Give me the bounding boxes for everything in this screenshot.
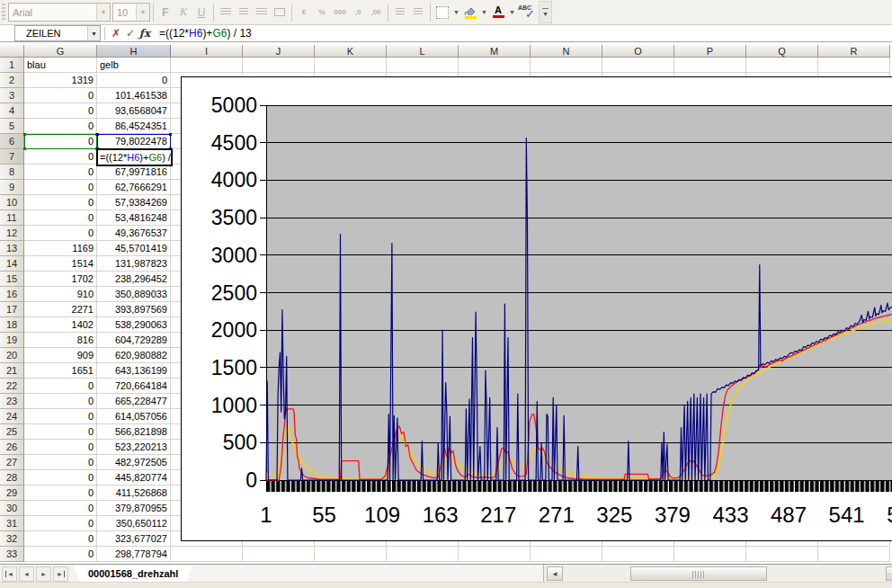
cell-N1[interactable] (531, 58, 602, 73)
cell-G26[interactable]: 0 (24, 440, 97, 455)
align-center-button[interactable] (235, 4, 253, 22)
row-header-29[interactable]: 29 (0, 486, 24, 501)
cell-G12[interactable]: 0 (24, 226, 97, 241)
cell-H27[interactable]: 482,972505 (97, 455, 171, 470)
scrollbar-thumb[interactable] (630, 566, 767, 581)
chevron-down-icon[interactable]: ▼ (479, 4, 489, 21)
cell-G14[interactable]: 1514 (24, 256, 97, 272)
row-header-14[interactable]: 14 (0, 256, 24, 272)
decrease-decimal-button[interactable]: ,00 (367, 4, 385, 22)
row-header-3[interactable]: 3 (0, 88, 24, 103)
cell-H18[interactable]: 538,290063 (97, 317, 171, 333)
cell-G27[interactable]: 0 (24, 455, 97, 470)
merge-center-button[interactable] (271, 4, 289, 22)
cell-P33[interactable] (674, 547, 746, 562)
cell-H12[interactable]: 49,3676537 (97, 226, 171, 241)
column-header-Q[interactable]: Q (746, 45, 818, 58)
cell-H3[interactable]: 101,461538 (97, 88, 171, 103)
cell-L33[interactable] (387, 547, 459, 562)
chevron-down-icon[interactable]: ▼ (87, 26, 100, 40)
cell-H21[interactable]: 643,136199 (97, 363, 171, 379)
align-left-button[interactable] (217, 4, 235, 22)
cell-Q1[interactable] (746, 58, 818, 73)
insert-function-button[interactable]: ƒx (138, 27, 152, 40)
cell-H19[interactable]: 604,729289 (97, 333, 171, 348)
cell-G2[interactable]: 1319 (24, 73, 97, 88)
column-header-G[interactable]: G (24, 45, 97, 58)
row-header-21[interactable]: 21 (0, 363, 24, 379)
percent-button[interactable]: % (313, 4, 331, 22)
cell-H23[interactable]: 665,228477 (97, 394, 171, 409)
cell-H25[interactable]: 566,821898 (97, 424, 171, 440)
row-header-11[interactable]: 11 (0, 210, 24, 226)
cell-G28[interactable]: 0 (24, 470, 97, 486)
chart-object[interactable]: 0500100015002000250030003500400045005000… (181, 76, 892, 541)
row-header-16[interactable]: 16 (0, 287, 24, 302)
cell-H28[interactable]: 445,820774 (97, 470, 171, 486)
row-header-26[interactable]: 26 (0, 440, 24, 455)
cell-H8[interactable]: 67,9971816 (97, 165, 171, 180)
cell-G5[interactable]: 0 (24, 119, 97, 134)
toolbar-options-button[interactable]: ▼ (539, 1, 552, 23)
column-header-P[interactable]: P (674, 45, 746, 58)
column-header-H[interactable]: H (97, 45, 171, 58)
name-box[interactable]: ZEILEN ▼ (14, 25, 101, 41)
row-header-25[interactable]: 25 (0, 424, 24, 440)
cell-H11[interactable]: 53,4816248 (97, 210, 171, 226)
cell-G29[interactable]: 0 (24, 486, 97, 501)
cell-H17[interactable]: 393,897569 (97, 302, 171, 317)
cell-G4[interactable]: 0 (24, 103, 97, 119)
cell-G22[interactable]: 0 (24, 379, 97, 394)
row-header-23[interactable]: 23 (0, 394, 24, 409)
row-header-2[interactable]: 2 (0, 73, 24, 88)
cell-R1[interactable] (818, 58, 890, 73)
cell-H15[interactable]: 238,296452 (97, 272, 171, 287)
font-size-combo[interactable]: 10 ▼ (112, 3, 150, 22)
cell-I33[interactable] (171, 547, 243, 562)
italic-button[interactable]: K (174, 4, 192, 22)
row-header-5[interactable]: 5 (0, 119, 24, 134)
align-right-button[interactable] (253, 4, 271, 22)
cell-G30[interactable]: 0 (24, 501, 97, 516)
cell-H32[interactable]: 323,677027 (97, 531, 171, 547)
cell-editor-h7[interactable]: =((12*H6)+G6) / 13 (96, 148, 173, 166)
formula-input[interactable]: =((12*H6)+G6) / 13 (159, 27, 252, 40)
cell-H14[interactable]: 131,987823 (97, 256, 171, 272)
row-header-32[interactable]: 32 (0, 531, 24, 547)
cell-H16[interactable]: 350,889033 (97, 287, 171, 302)
cell-N33[interactable] (531, 547, 602, 562)
column-header-K[interactable]: K (315, 45, 387, 58)
enter-button[interactable]: ✓ (123, 27, 138, 40)
cell-M33[interactable] (459, 547, 531, 562)
row-header-10[interactable]: 10 (0, 195, 24, 210)
cell-G25[interactable]: 0 (24, 424, 97, 440)
cell-H2[interactable]: 0 (97, 73, 171, 88)
cell-H20[interactable]: 620,980882 (97, 348, 171, 363)
cell-H30[interactable]: 379,870955 (97, 501, 171, 516)
spellcheck-button[interactable]: ABC ✓ (517, 4, 535, 22)
bold-button[interactable]: F (156, 4, 174, 22)
underline-button[interactable]: U (192, 4, 210, 22)
first-sheet-button[interactable]: ◄ (2, 566, 17, 582)
cell-G31[interactable]: 0 (24, 516, 97, 531)
row-header-20[interactable]: 20 (0, 348, 24, 363)
cell-G33[interactable]: 0 (24, 547, 97, 562)
cell-I1[interactable] (171, 58, 243, 73)
cell-K1[interactable] (315, 58, 387, 73)
toolbar-drag-handle[interactable] (2, 4, 5, 22)
cell-H5[interactable]: 86,4524351 (97, 119, 171, 134)
cell-G23[interactable]: 0 (24, 394, 97, 409)
row-header-7[interactable]: 7 (0, 149, 24, 165)
chevron-down-icon[interactable]: ▼ (96, 4, 110, 21)
row-header-12[interactable]: 12 (0, 226, 24, 241)
row-header-19[interactable]: 19 (0, 333, 24, 348)
borders-button[interactable] (433, 4, 451, 22)
cell-G10[interactable]: 0 (24, 195, 97, 210)
cell-G13[interactable]: 1169 (24, 241, 97, 256)
row-header-1[interactable]: 1 (0, 58, 24, 73)
cell-G11[interactable]: 0 (24, 210, 97, 226)
row-header-18[interactable]: 18 (0, 317, 24, 333)
next-sheet-button[interactable]: ► (36, 566, 51, 582)
tab-split-handle[interactable]: ∙∙ (886, 566, 892, 581)
font-name-combo[interactable]: Arial ▼ (8, 3, 111, 22)
